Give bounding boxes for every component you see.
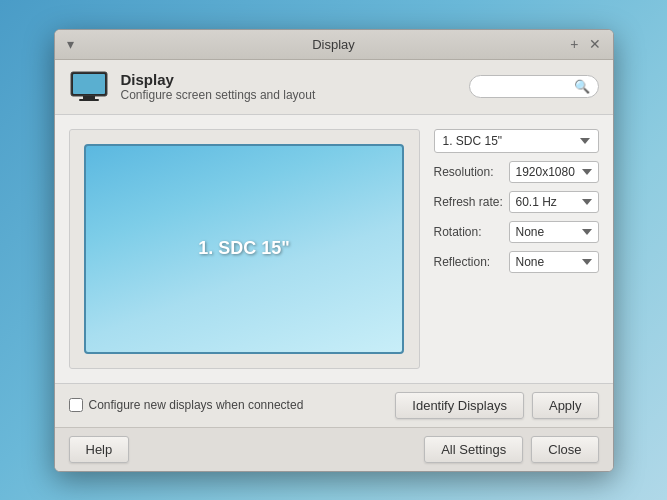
refresh-select[interactable]: 60.1 Hz 59.9 Hz 50 Hz — [509, 191, 599, 213]
header-section: Display Configure screen settings and la… — [55, 60, 613, 115]
bottom-bar: Configure new displays when connected Id… — [55, 383, 613, 427]
display-icon — [69, 70, 109, 104]
search-icon: 🔍 — [574, 79, 590, 94]
bottom-btn-group: Identify Displays Apply — [395, 392, 598, 419]
app-subtitle: Configure screen settings and layout — [121, 88, 316, 102]
rotation-row: Rotation: None 90° 180° 270° — [434, 221, 599, 243]
configure-displays-checkbox[interactable] — [69, 398, 83, 412]
reflection-select[interactable]: None Horizontal Vertical — [509, 251, 599, 273]
footer-bar: Help All Settings Close — [55, 427, 613, 471]
checkbox-row: Configure new displays when connected — [69, 398, 304, 412]
svg-rect-3 — [79, 99, 99, 101]
close-button[interactable]: ✕ — [587, 37, 603, 51]
monitor-preview: 1. SDC 15" — [84, 144, 404, 354]
apply-button[interactable]: Apply — [532, 392, 599, 419]
display-window: ▾ Display + ✕ Display Configure screen s… — [54, 29, 614, 472]
monitor-preview-label: 1. SDC 15" — [198, 238, 290, 259]
window-menu-arrow[interactable]: ▾ — [65, 37, 76, 51]
refresh-row: Refresh rate: 60.1 Hz 59.9 Hz 50 Hz — [434, 191, 599, 213]
rotation-label: Rotation: — [434, 225, 482, 239]
help-button[interactable]: Help — [69, 436, 130, 463]
rotation-select[interactable]: None 90° 180° 270° — [509, 221, 599, 243]
refresh-label: Refresh rate: — [434, 195, 503, 209]
reflection-row: Reflection: None Horizontal Vertical — [434, 251, 599, 273]
maximize-button[interactable]: + — [568, 37, 580, 51]
resolution-row: Resolution: 1920x1080 1680x1050 1440x900… — [434, 161, 599, 183]
reflection-label: Reflection: — [434, 255, 491, 269]
identify-displays-button[interactable]: Identify Displays — [395, 392, 524, 419]
monitor-select[interactable]: 1. SDC 15" — [434, 129, 599, 153]
settings-panel: 1. SDC 15" Resolution: 1920x1080 1680x10… — [434, 129, 599, 369]
resolution-label: Resolution: — [434, 165, 494, 179]
display-area: 1. SDC 15" — [69, 129, 420, 369]
window-title: Display — [312, 37, 355, 52]
svg-rect-2 — [83, 96, 95, 99]
app-title: Display — [121, 71, 316, 88]
title-bar: ▾ Display + ✕ — [55, 30, 613, 60]
title-bar-controls: + ✕ — [568, 37, 602, 51]
search-input[interactable] — [478, 80, 571, 94]
all-settings-button[interactable]: All Settings — [424, 436, 523, 463]
resolution-select[interactable]: 1920x1080 1680x1050 1440x900 1280x720 — [509, 161, 599, 183]
close-dialog-button[interactable]: Close — [531, 436, 598, 463]
header-text: Display Configure screen settings and la… — [121, 71, 316, 102]
footer-right-buttons: All Settings Close — [424, 436, 598, 463]
configure-displays-label: Configure new displays when connected — [89, 398, 304, 412]
svg-rect-1 — [73, 74, 105, 94]
main-content: 1. SDC 15" 1. SDC 15" Resolution: 1920x1… — [55, 115, 613, 383]
search-box[interactable]: 🔍 — [469, 75, 599, 98]
title-bar-left: ▾ — [65, 37, 76, 51]
